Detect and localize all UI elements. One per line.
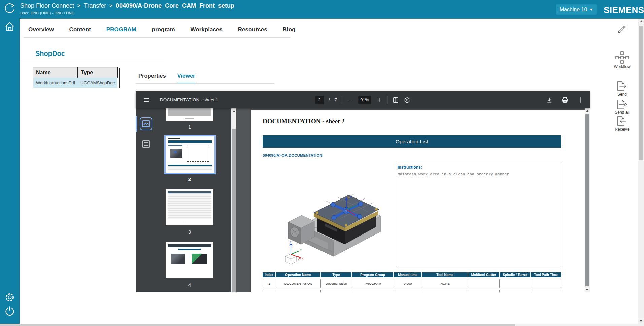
svg-text:Y: Y bbox=[300, 248, 302, 251]
svg-text:ZM: ZM bbox=[347, 195, 351, 198]
pdf-toolbar-right bbox=[546, 91, 584, 108]
table-cell: NONE bbox=[422, 279, 468, 288]
column-header: Tool Path Time bbox=[531, 272, 561, 277]
machine-selector-label: Machine 10 bbox=[560, 7, 587, 13]
page-thumbnail-3[interactable] bbox=[166, 189, 213, 225]
thumb4-machine-image-left bbox=[171, 254, 185, 264]
pdf-page-total: 7 bbox=[335, 97, 337, 102]
window-horizontal-scrollbar-thumb[interactable] bbox=[0, 324, 515, 326]
pdf-page-title: DOCUMENTATION - sheet 2 bbox=[263, 118, 345, 125]
tab-blog[interactable]: Blog bbox=[283, 26, 296, 33]
table-row[interactable]: WorkInstructionsPdfUGCAMShopDoc bbox=[33, 78, 117, 88]
app-screen: Shop Floor Connect>Transfer>004090/A-Dro… bbox=[0, 0, 644, 326]
table-row[interactable]: 23D_ADAPTIVE_MILLINGAdaptive MillingROUG… bbox=[263, 290, 561, 292]
pdf-print-button[interactable] bbox=[562, 97, 568, 103]
download-icon bbox=[546, 97, 553, 103]
pdf-viewer: DOCUMENTATION - sheet 1 2 / 7 91% bbox=[136, 91, 590, 292]
tab-resources[interactable]: Resources bbox=[238, 26, 267, 33]
send-all-icon bbox=[616, 99, 628, 109]
table-cell: 3D_ADAPTIVE_MILLING bbox=[276, 290, 321, 292]
send-all-button[interactable]: Send all bbox=[606, 99, 638, 115]
outline-view-button[interactable] bbox=[141, 139, 151, 149]
table-cell: 2 bbox=[263, 290, 276, 292]
pdf-zoom-level[interactable]: 91% bbox=[358, 96, 371, 104]
tab-viewer[interactable]: Viewer bbox=[177, 73, 195, 83]
pdf-toolbar: DOCUMENTATION - sheet 1 2 / 7 91% bbox=[136, 91, 590, 108]
svg-text:X: X bbox=[302, 257, 304, 260]
scroll-up-arrow-icon[interactable] bbox=[233, 110, 235, 112]
receive-button[interactable]: Receive bbox=[606, 116, 638, 132]
breadcrumb-home[interactable]: Shop Floor Connect bbox=[20, 2, 74, 9]
thumbnail-view-button[interactable] bbox=[141, 119, 151, 129]
home-button[interactable] bbox=[4, 21, 15, 32]
rotate-ccw-icon bbox=[404, 97, 410, 103]
thumbnail-scrollbar-thumb[interactable] bbox=[232, 129, 236, 292]
pdf-fit-page-button[interactable] bbox=[392, 97, 399, 103]
pdf-content-scrollbar-thumb[interactable] bbox=[585, 114, 589, 286]
table-cell: Adaptive Milling bbox=[321, 290, 352, 292]
pdf-download-button[interactable] bbox=[546, 97, 553, 103]
pdf-zoom-out-button[interactable] bbox=[347, 97, 353, 103]
window-vertical-scrollbar[interactable] bbox=[638, 19, 644, 324]
table-header-row: IndexOperation NameTypeProgram GroupManu… bbox=[263, 272, 561, 277]
table-cell: DOCUMENTATION bbox=[276, 279, 321, 288]
pdf-zoom-in-button[interactable] bbox=[376, 97, 382, 103]
column-header: Name bbox=[33, 68, 78, 78]
tab-program-active[interactable]: PROGRAM bbox=[106, 26, 136, 33]
logout-button[interactable] bbox=[4, 305, 15, 316]
breadcrumb-transfer[interactable]: Transfer bbox=[84, 2, 106, 9]
shopdoc-table: NameTypeWorkInstructionsPdfUGCAMShopDoc bbox=[33, 67, 118, 88]
tab-overview[interactable]: Overview bbox=[28, 26, 54, 33]
pdf-content-scrollbar[interactable] bbox=[585, 108, 590, 292]
pdf-more-options-button[interactable] bbox=[577, 97, 584, 103]
thumbnail-scrollbar[interactable] bbox=[231, 108, 236, 292]
svg-text:Z: Z bbox=[290, 241, 291, 244]
toolbar-separator bbox=[342, 96, 342, 104]
instructions-box: Instructions: Maintain work area in a cl… bbox=[396, 164, 561, 267]
tab-content[interactable]: Content bbox=[69, 26, 91, 33]
tab-program-lower[interactable]: program bbox=[152, 26, 175, 33]
send-button[interactable]: Send bbox=[606, 81, 638, 97]
edit-button[interactable] bbox=[606, 23, 638, 35]
scrollbar-corner bbox=[638, 324, 644, 326]
thumbnail-2-number[interactable]: 2 bbox=[166, 176, 213, 182]
thumb2-table-rows bbox=[168, 166, 212, 170]
table-cell bbox=[531, 279, 561, 288]
scroll-down-arrow-icon[interactable] bbox=[586, 289, 588, 291]
thumbnail-3-number[interactable]: 3 bbox=[166, 229, 213, 235]
tab-properties[interactable]: Properties bbox=[138, 73, 166, 83]
hamburger-icon bbox=[143, 97, 150, 103]
table-row[interactable]: 1DOCUMENTATIONDocumentationPROGRAM0.000N… bbox=[263, 279, 561, 288]
page-thumbnail-1[interactable] bbox=[166, 108, 213, 121]
page-thumbnail-4[interactable] bbox=[166, 242, 213, 278]
thumbnail-4-number[interactable]: 4 bbox=[166, 282, 213, 288]
thumb2-instructions-box bbox=[187, 147, 209, 162]
column-header: Index bbox=[263, 272, 276, 277]
pdf-page-input[interactable]: 2 bbox=[315, 96, 324, 104]
back-button[interactable] bbox=[4, 3, 15, 13]
window-scrollbar-thumb[interactable] bbox=[639, 26, 643, 160]
thumbnail-1-number[interactable]: 1 bbox=[166, 124, 213, 130]
settings-button[interactable] bbox=[4, 292, 15, 303]
window-horizontal-scrollbar[interactable] bbox=[0, 324, 638, 326]
machine-selector-button[interactable]: Machine 10 bbox=[556, 4, 597, 15]
column-header: Type bbox=[321, 272, 352, 277]
kebab-menu-icon bbox=[577, 97, 584, 103]
table-cell: UGCAMShopDoc bbox=[78, 78, 117, 88]
document-subtabs: Properties Viewer bbox=[136, 73, 274, 84]
thumb2-ref-mark bbox=[168, 145, 182, 146]
send-all-label: Send all bbox=[615, 110, 629, 115]
scroll-up-arrow-icon[interactable] bbox=[640, 20, 643, 22]
pdf-rotate-button[interactable] bbox=[404, 97, 410, 103]
shopdoc-divider bbox=[20, 61, 164, 61]
workflow-button[interactable]: Workflow bbox=[606, 51, 638, 69]
pdf-menu-button[interactable] bbox=[143, 97, 150, 103]
page-thumbnail-2-selected[interactable]: ✚ bbox=[164, 135, 216, 174]
tab-workplaces[interactable]: Workplaces bbox=[191, 26, 223, 33]
scroll-up-arrow-icon[interactable] bbox=[586, 110, 589, 112]
breadcrumb: Shop Floor Connect>Transfer>004090/A-Dro… bbox=[20, 2, 234, 9]
table-cell: 1 bbox=[263, 279, 276, 288]
toolbar-separator bbox=[387, 96, 387, 104]
scroll-down-arrow-icon[interactable] bbox=[640, 320, 642, 322]
send-icon bbox=[616, 81, 628, 91]
